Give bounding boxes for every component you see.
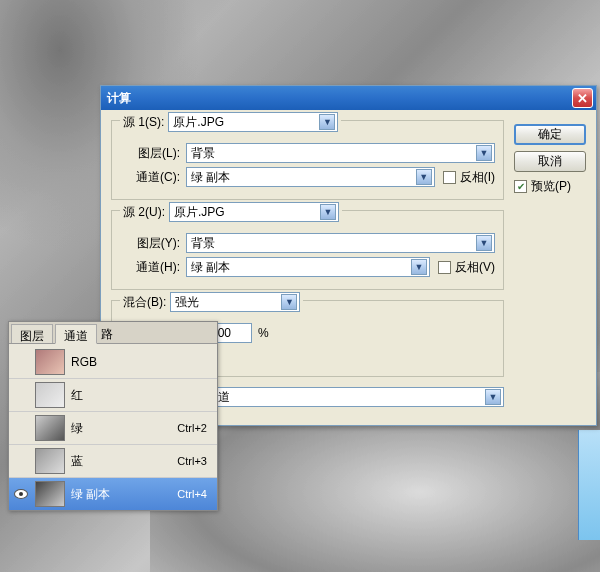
panel-tabs: 图层 通道 路 (9, 322, 217, 344)
source1-label: 源 1(S): (123, 114, 164, 131)
chevron-down-icon: ▼ (476, 145, 492, 161)
checkbox-icon: ✔ (514, 180, 527, 193)
chevron-down-icon: ▼ (281, 294, 297, 310)
blend-label: 混合(B): (123, 294, 166, 311)
source2-channel-label: 通道(H): (120, 259, 180, 276)
channel-thumbnail (35, 481, 65, 507)
chevron-down-icon: ▼ (320, 204, 336, 220)
edge-strip (578, 430, 600, 540)
result-select[interactable]: 新建通道 ▼ (177, 387, 504, 407)
source2-file-select[interactable]: 原片.JPG ▼ (169, 202, 339, 222)
checkbox-icon (443, 171, 456, 184)
close-icon[interactable]: ✕ (572, 88, 593, 108)
checkbox-icon (438, 261, 451, 274)
source1-invert-checkbox[interactable]: 反相(I) (443, 169, 495, 186)
source2-channel-select[interactable]: 绿 副本 ▼ (186, 257, 430, 277)
source2-layer-label: 图层(Y): (120, 235, 180, 252)
channel-thumbnail (35, 349, 65, 375)
blend-mode-select[interactable]: 强光 ▼ (170, 292, 300, 312)
ok-button[interactable]: 确定 (514, 124, 586, 145)
tab-channels[interactable]: 通道 (55, 324, 97, 344)
channel-row-green[interactable]: 绿 Ctrl+2 (9, 411, 217, 444)
channel-thumbnail (35, 415, 65, 441)
source2-invert-checkbox[interactable]: 反相(V) (438, 259, 495, 276)
source2-group: 源 2(U): 原片.JPG ▼ 图层(Y): 背景 ▼ 通道(H): (111, 210, 504, 290)
chevron-down-icon: ▼ (416, 169, 432, 185)
source2-layer-select[interactable]: 背景 ▼ (186, 233, 495, 253)
dialog-title: 计算 (107, 90, 569, 107)
dialog-titlebar[interactable]: 计算 ✕ (101, 86, 596, 110)
source1-layer-label: 图层(L): (120, 145, 180, 162)
channel-row-red[interactable]: 红 (9, 378, 217, 411)
chevron-down-icon: ▼ (411, 259, 427, 275)
preview-checkbox[interactable]: ✔ 预览(P) (514, 178, 586, 195)
source1-file-select[interactable]: 原片.JPG ▼ (168, 112, 338, 132)
cancel-button[interactable]: 取消 (514, 151, 586, 172)
channel-row-blue[interactable]: 蓝 Ctrl+3 (9, 444, 217, 477)
channel-row-rgb[interactable]: RGB (9, 345, 217, 378)
tab-more[interactable]: 路 (97, 322, 117, 343)
channel-thumbnail (35, 382, 65, 408)
tab-layers[interactable]: 图层 (11, 324, 53, 343)
percent-label: % (258, 326, 269, 340)
chevron-down-icon: ▼ (476, 235, 492, 251)
source1-channel-label: 通道(C): (120, 169, 180, 186)
source1-layer-select[interactable]: 背景 ▼ (186, 143, 495, 163)
source1-group: 源 1(S): 原片.JPG ▼ 图层(L): 背景 ▼ 通道(C): (111, 120, 504, 200)
chevron-down-icon: ▼ (485, 389, 501, 405)
chevron-down-icon: ▼ (319, 114, 335, 130)
channel-row-green-copy[interactable]: 绿 副本 Ctrl+4 (9, 477, 217, 510)
channel-thumbnail (35, 448, 65, 474)
source1-channel-select[interactable]: 绿 副本 ▼ (186, 167, 435, 187)
source2-label: 源 2(U): (123, 204, 165, 221)
visibility-icon[interactable] (14, 489, 28, 499)
channels-panel: 图层 通道 路 RGB 红 绿 Ctrl+2 蓝 Ctrl+3 (8, 321, 218, 511)
